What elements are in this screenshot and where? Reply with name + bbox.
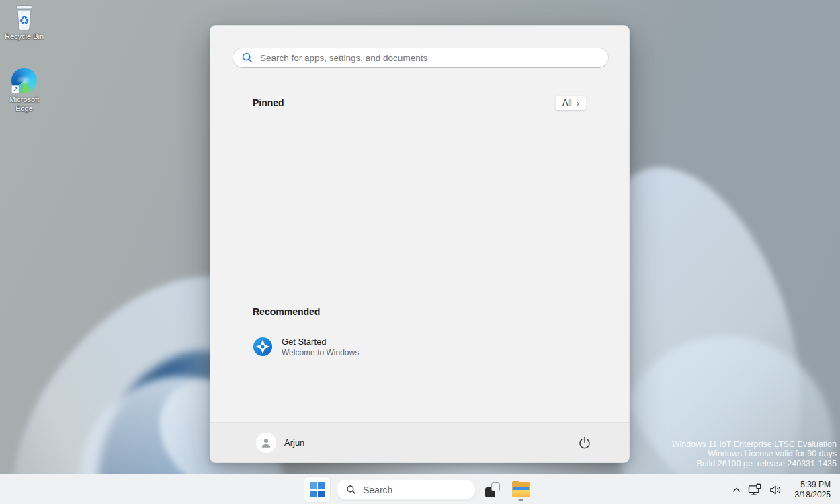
svg-text:♻: ♻ [19,13,29,27]
power-icon [578,436,591,450]
tray-time: 5:39 PM [795,480,831,490]
tray-overflow-button[interactable] [728,478,745,502]
all-button-label: All [562,98,571,108]
recommended-item-title: Get Started [282,337,359,347]
start-button[interactable] [304,477,330,502]
text-caret [259,52,259,63]
watermark-line: Windows License valid for 90 days [672,449,837,459]
ethernet-network-icon [748,483,762,496]
taskbar-search-label: Search [363,485,392,495]
taskbar: Search [0,474,840,504]
speaker-icon [769,484,782,496]
recommended-item-text: Get Started Welcome to Windows [282,337,359,358]
desktop-icon-label: Recycle Bin [5,32,44,41]
search-icon [241,52,253,64]
watermark-line: Build 26100.ge_release.240331-1435 [672,459,837,469]
tray-date: 3/18/2025 [795,490,831,500]
start-menu-footer: Arjun [210,422,629,462]
desktop-icon-recycle-bin[interactable]: ♻ Recycle Bin [1,4,47,41]
taskbar-search-box[interactable]: Search [336,479,476,500]
file-explorer-button[interactable] [508,477,534,502]
recommended-item-get-started[interactable]: Get Started Welcome to Windows [247,331,435,362]
license-watermark: Windows 11 IoT Enterprise LTSC Evaluatio… [672,439,837,469]
start-menu: Search for apps, settings, and documents… [210,25,630,463]
pinned-all-button[interactable]: All › [555,95,587,110]
system-tray: 5:39 PM 3/18/2025 [728,474,840,504]
search-icon [346,485,356,495]
get-started-icon [253,337,273,357]
start-search-input[interactable]: Search for apps, settings, and documents [233,48,609,68]
clock[interactable]: 5:39 PM 3/18/2025 [791,478,835,501]
running-indicator [519,499,523,501]
user-profile-button[interactable]: Arjun [253,430,310,456]
search-placeholder: Search for apps, settings, and documents [260,53,427,63]
network-button[interactable] [745,478,765,502]
edge-icon: ↗ [11,67,38,94]
desktop: ♻ Recycle Bin ↗ Microsoft Edge Windows 1… [0,0,840,504]
shortcut-arrow-icon: ↗ [11,85,19,93]
recommended-heading: Recommended [253,306,320,317]
watermark-line: Windows 11 IoT Enterprise LTSC Evaluatio… [672,439,837,450]
desktop-icon-label: Microsoft Edge [1,95,47,113]
desktop-icon-microsoft-edge[interactable]: ↗ Microsoft Edge [1,67,47,113]
recycle-bin-icon: ♻ [11,4,38,31]
user-name: Arjun [284,437,304,448]
volume-button[interactable] [765,478,786,502]
chevron-up-icon [732,485,741,495]
task-view-button[interactable] [480,477,505,502]
avatar [256,433,276,453]
pinned-grid [253,114,587,296]
power-button[interactable] [573,431,597,454]
chevron-right-icon: › [577,99,579,108]
recommended-item-subtitle: Welcome to Windows [282,348,359,358]
pinned-heading: Pinned [253,97,284,108]
file-explorer-icon [512,482,530,497]
windows-logo-icon [310,482,325,497]
person-icon [259,436,273,450]
task-view-icon [485,482,500,497]
